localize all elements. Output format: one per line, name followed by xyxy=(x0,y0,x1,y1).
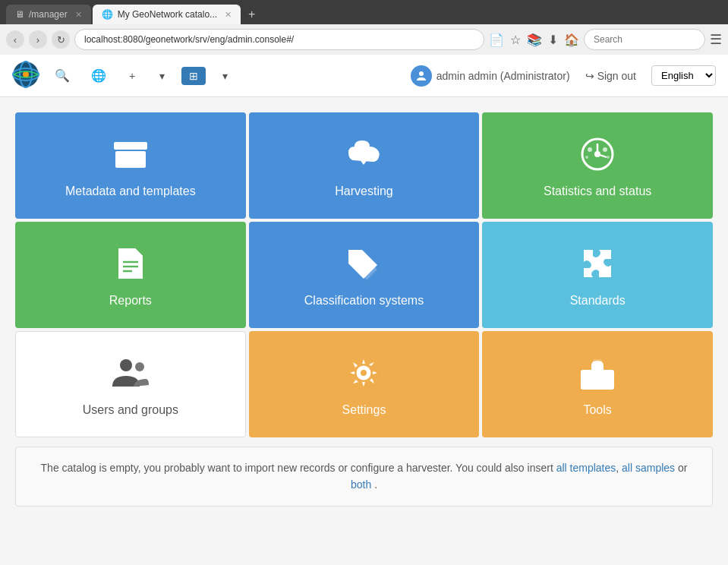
svg-point-14 xyxy=(603,147,607,152)
tile-metadata-label: Metadata and templates xyxy=(65,185,196,198)
svg-point-16 xyxy=(607,156,610,159)
svg-point-21 xyxy=(120,359,132,371)
user-name: admin admin (Administrator) xyxy=(436,70,570,82)
app-logo[interactable] xyxy=(12,61,39,90)
new-tab-button[interactable]: + xyxy=(242,5,261,24)
svg-rect-6 xyxy=(115,151,146,168)
signout-icon: ↪ xyxy=(585,70,594,82)
info-message-text: The catalog is empty, you probably want … xyxy=(41,462,556,474)
tile-users-label: Users and groups xyxy=(83,403,178,417)
info-message: The catalog is empty, you probably want … xyxy=(15,447,713,507)
browser-tab-1[interactable]: 🖥 /manager ✕ xyxy=(6,5,91,24)
tile-harvesting[interactable]: Harvesting xyxy=(249,112,480,219)
svg-point-22 xyxy=(135,362,144,371)
bookmark-list-icon[interactable]: 📚 xyxy=(527,33,542,47)
language-selector[interactable]: English French Spanish German xyxy=(651,65,716,86)
tile-classification-label: Classification systems xyxy=(304,294,424,308)
grid-icon: ⊞ xyxy=(189,70,198,82)
reader-mode-icon[interactable]: 📄 xyxy=(489,33,504,47)
search-button[interactable]: 🔍 xyxy=(49,62,76,90)
tab-1-title: /manager xyxy=(29,9,68,20)
admin-console-button[interactable]: ⊞ xyxy=(181,67,206,85)
users-icon xyxy=(109,352,152,394)
tab-1-close[interactable]: ✕ xyxy=(75,10,82,20)
app-header: 🔍 🌐 + ▾ ⊞ ▾ admin admin (Administrator) … xyxy=(0,55,728,97)
cloud-download-icon xyxy=(342,133,385,175)
both-link[interactable]: both xyxy=(351,478,371,491)
tile-tools[interactable]: Tools xyxy=(482,331,713,437)
add-chevron-icon: ▾ xyxy=(159,70,165,82)
tile-settings[interactable]: Settings xyxy=(249,331,480,437)
tile-tools-label: Tools xyxy=(583,403,611,417)
admin-dropdown-button[interactable]: ▾ xyxy=(215,67,235,85)
forward-button[interactable]: › xyxy=(29,30,47,49)
refresh-button[interactable]: ↻ xyxy=(52,30,70,49)
tile-settings-label: Settings xyxy=(342,403,386,417)
info-message-or: or xyxy=(678,462,687,474)
tile-standards-label: Standards xyxy=(570,294,626,308)
address-bar[interactable] xyxy=(74,29,484,50)
svg-rect-28 xyxy=(593,359,602,370)
back-button[interactable]: ‹ xyxy=(6,30,24,49)
add-button[interactable]: + xyxy=(121,67,143,85)
menu-icon[interactable]: ☰ xyxy=(710,31,722,48)
info-message-end: . xyxy=(374,478,377,491)
bookmark-star-icon[interactable]: ☆ xyxy=(510,33,521,47)
svg-point-13 xyxy=(588,147,592,152)
tags-icon xyxy=(342,242,385,285)
tile-metadata[interactable]: Metadata and templates xyxy=(15,112,246,219)
globe-button[interactable]: 🌐 xyxy=(85,62,112,90)
add-dropdown-button[interactable]: ▾ xyxy=(152,67,172,85)
all-samples-link[interactable]: all samples xyxy=(622,462,675,474)
main-content: Metadata and templates Harvesting xyxy=(0,97,728,522)
toolbox-icon xyxy=(576,352,619,394)
file-text-icon xyxy=(109,242,152,285)
tile-harvesting-label: Harvesting xyxy=(335,185,392,198)
tile-users[interactable]: Users and groups xyxy=(15,331,246,437)
tile-reports[interactable]: Reports xyxy=(15,222,246,328)
svg-point-3 xyxy=(23,71,29,77)
user-info: admin admin (Administrator) xyxy=(411,65,570,87)
tile-classification[interactable]: Classification systems xyxy=(249,222,480,328)
svg-point-26 xyxy=(361,371,366,375)
signout-button[interactable]: ↪ Sign out xyxy=(579,67,642,85)
tile-statistics-label: Statistics and status xyxy=(544,185,651,198)
gear-icon xyxy=(342,352,385,394)
signout-label: Sign out xyxy=(597,70,636,82)
user-avatar xyxy=(411,65,432,87)
tile-standards[interactable]: Standards xyxy=(482,222,713,328)
plus-icon: + xyxy=(129,70,135,82)
browser-tab-2[interactable]: 🌐 My GeoNetwork catalo... ✕ xyxy=(93,5,241,24)
tiles-grid: Metadata and templates Harvesting xyxy=(15,112,713,437)
svg-point-4 xyxy=(419,71,424,76)
download-icon[interactable]: ⬇ xyxy=(548,33,558,47)
svg-point-15 xyxy=(585,156,588,159)
all-templates-link[interactable]: all templates xyxy=(556,462,616,474)
browser-search-input[interactable] xyxy=(584,29,705,50)
svg-rect-32 xyxy=(594,373,600,379)
tile-reports-label: Reports xyxy=(109,294,152,308)
puzzle-icon xyxy=(576,242,619,285)
archive-icon xyxy=(109,133,152,175)
browser-chrome: 🖥 /manager ✕ 🌐 My GeoNetwork catalo... ✕… xyxy=(0,0,728,55)
tab-2-close[interactable]: ✕ xyxy=(225,10,232,20)
home-icon[interactable]: 🏠 xyxy=(564,33,579,47)
svg-rect-7 xyxy=(123,156,138,159)
admin-chevron-icon: ▾ xyxy=(222,70,228,82)
tab-2-title: My GeoNetwork catalo... xyxy=(118,9,217,20)
svg-rect-5 xyxy=(114,142,147,150)
dashboard-icon xyxy=(576,133,619,175)
browser-toolbar: ‹ › ↻ 📄 ☆ 📚 ⬇ 🏠 ☰ xyxy=(0,24,728,55)
tile-statistics[interactable]: Statistics and status xyxy=(482,112,713,219)
